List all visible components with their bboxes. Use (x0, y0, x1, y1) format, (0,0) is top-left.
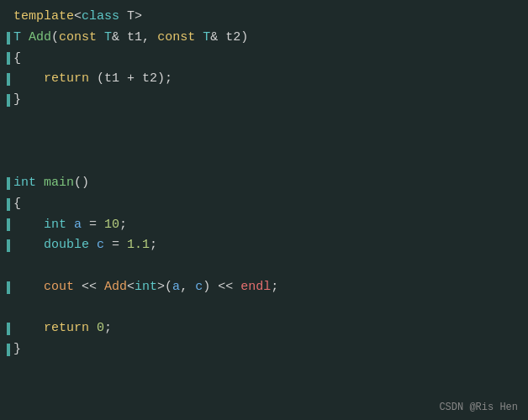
code-line-13 (0, 256, 528, 277)
code-line-14: cout << Add<int>(a, c) << endl; (0, 277, 528, 298)
code-editor: template<class T> T Add(const T& t1, con… (0, 0, 528, 420)
code-line-17: } (0, 339, 528, 360)
code-line-7 (0, 132, 528, 153)
code-line-12: double c = 1.1; (0, 235, 528, 256)
code-line-1: template<class T> (0, 7, 528, 28)
code-line-10: { (0, 194, 528, 215)
code-line-2: T Add(const T& t1, const T& t2) (0, 28, 528, 49)
code-line-11: int a = 10; (0, 215, 528, 236)
code-line-6 (0, 111, 528, 132)
code-line-3: { (0, 49, 528, 70)
code-line-5: } (0, 90, 528, 111)
code-line-15 (0, 298, 528, 319)
code-line-9: int main() (0, 173, 528, 194)
watermark-text: CSDN @Ris Hen (439, 402, 518, 413)
code-line-16: return 0; (0, 318, 528, 339)
code-line-4: return (t1 + t2); (0, 69, 528, 90)
code-line-8 (0, 152, 528, 173)
